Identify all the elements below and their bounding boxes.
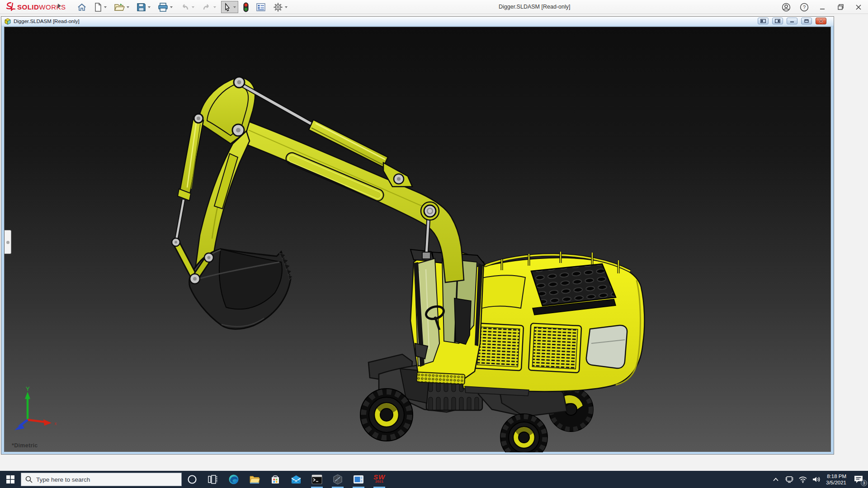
file-properties-button[interactable]: [254, 1, 268, 13]
undo-button[interactable]: [178, 1, 197, 13]
show-pane-right-button[interactable]: [772, 18, 783, 24]
taskbar-search[interactable]: [21, 473, 182, 486]
cortana-button[interactable]: [182, 471, 203, 488]
remote-desktop-button[interactable]: [348, 471, 369, 488]
open-button[interactable]: [112, 1, 132, 13]
select-dropdown[interactable]: [233, 6, 236, 8]
pane-right-icon: [775, 19, 780, 23]
open-dropdown[interactable]: [127, 6, 129, 8]
edrawings-hexagon-icon: [332, 474, 343, 485]
options-gear-icon: [273, 2, 283, 12]
start-button[interactable]: [0, 471, 21, 488]
engine-body[interactable]: [457, 252, 644, 396]
tray-time: 8:18 PM: [826, 473, 846, 479]
print-icon: [158, 3, 168, 12]
display-icon: [785, 475, 794, 483]
doc-close-icon: [818, 19, 824, 23]
action-center-button[interactable]: 3: [849, 471, 868, 488]
save-dropdown[interactable]: [148, 6, 151, 8]
solidworks-taskbar-button[interactable]: SW 2021: [369, 471, 390, 488]
restore-icon: [837, 4, 844, 10]
quick-access-toolbar: [73, 0, 291, 14]
svg-text:?: ?: [803, 5, 806, 10]
solidworks-logo-icon: [5, 2, 16, 12]
assembly-document-icon: [4, 18, 11, 25]
graphics-viewport[interactable]: Y x *Dimetric: [4, 27, 831, 452]
home-button[interactable]: [75, 1, 89, 13]
close-icon: [855, 4, 862, 10]
show-pane-left-button[interactable]: [758, 18, 769, 24]
document-title: Digger.SLDASM [Read-only]: [14, 19, 80, 24]
cortana-icon: [187, 474, 197, 484]
mail-icon: [291, 475, 302, 484]
undo-dropdown[interactable]: [192, 6, 194, 8]
options-button[interactable]: [271, 1, 290, 13]
minimize-button[interactable]: [816, 1, 828, 13]
rebuild-button[interactable]: [241, 1, 251, 13]
doc-minimize-button[interactable]: [787, 18, 797, 24]
task-view-button[interactable]: [203, 471, 223, 488]
menu-expand-arrow-icon[interactable]: [58, 4, 61, 8]
app-window-icon: [353, 474, 364, 484]
document-window: Digger.SLDASM [Read-only]: [1, 16, 834, 455]
minimize-icon: [819, 4, 826, 10]
app-window-title: Digger.SLDASM [Read-only]: [499, 4, 570, 10]
options-dropdown[interactable]: [285, 6, 288, 8]
help-icon: ?: [800, 3, 809, 12]
print-dropdown[interactable]: [170, 6, 173, 8]
select-cursor-icon: [223, 3, 231, 12]
svg-text:Y: Y: [26, 385, 30, 392]
doc-restore-button[interactable]: [801, 18, 812, 24]
pane-handle-dot-icon: [6, 241, 9, 244]
microsoft-store-icon: [270, 474, 280, 484]
document-title-bar[interactable]: Digger.SLDASM [Read-only]: [1, 17, 834, 26]
wheel-front-left[interactable]: [360, 389, 413, 441]
view-orientation-label: *Dimetric: [12, 442, 38, 449]
doc-close-button[interactable]: [816, 18, 826, 24]
excavator-model[interactable]: [5, 27, 831, 452]
redo-dropdown[interactable]: [213, 6, 216, 8]
volume-tray-button[interactable]: [810, 471, 823, 488]
feature-manager-collapsed-tab[interactable]: [5, 230, 11, 254]
taskbar-clock[interactable]: 8:18 PM 3/5/2021: [823, 473, 849, 486]
account-button[interactable]: [780, 1, 792, 13]
home-icon: [77, 3, 87, 12]
edge-icon: [228, 474, 239, 485]
wifi-icon: [798, 476, 807, 483]
help-button[interactable]: ?: [798, 1, 810, 13]
task-view-icon: [208, 474, 218, 484]
new-document-dropdown[interactable]: [104, 6, 107, 8]
close-button[interactable]: [853, 1, 864, 13]
undo-icon: [180, 3, 190, 11]
new-document-button[interactable]: [92, 1, 109, 13]
edrawings-button[interactable]: [327, 471, 348, 488]
rebuild-traffic-light-icon: [243, 2, 249, 12]
command-prompt-icon: [311, 474, 322, 484]
app-window-controls: ?: [780, 0, 864, 14]
wifi-tray-button[interactable]: [796, 471, 810, 488]
command-prompt-button[interactable]: [307, 471, 327, 488]
file-explorer-button[interactable]: [244, 471, 265, 488]
pane-left-icon: [760, 19, 766, 23]
edge-button[interactable]: [223, 471, 244, 488]
open-folder-icon: [114, 3, 125, 12]
windows-logo-icon: [6, 475, 14, 483]
save-button[interactable]: [134, 1, 153, 13]
save-icon: [137, 3, 146, 12]
app-title-bar: SOLIDWORKS: [0, 0, 868, 14]
doc-restore-icon: [804, 19, 809, 23]
wheel-rear-left[interactable]: [500, 414, 547, 452]
tray-date: 3/5/2021: [826, 479, 846, 486]
mail-button[interactable]: [286, 471, 307, 488]
redo-button[interactable]: [199, 1, 218, 13]
store-button[interactable]: [265, 471, 286, 488]
search-input[interactable]: [36, 476, 163, 483]
windows-taskbar: SW 2021: [0, 471, 868, 488]
search-icon: [25, 476, 33, 483]
print-button[interactable]: [156, 1, 175, 13]
display-tray-button[interactable]: [783, 471, 796, 488]
select-tool-button[interactable]: [221, 1, 238, 13]
document-window-controls: [758, 18, 826, 24]
restore-button[interactable]: [835, 1, 846, 13]
tray-overflow-button[interactable]: [769, 471, 783, 488]
